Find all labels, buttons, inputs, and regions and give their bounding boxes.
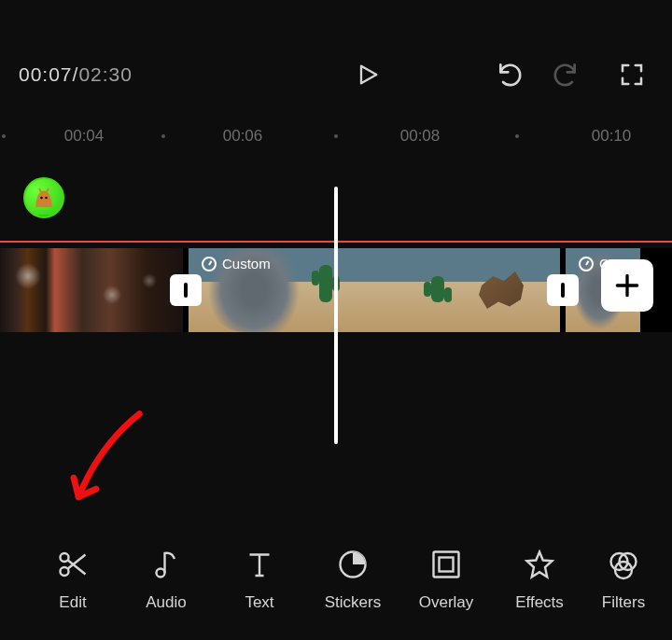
ruler-tick: 00:04	[64, 127, 105, 146]
annotation-arrow	[61, 406, 154, 518]
redo-button[interactable]	[543, 53, 586, 96]
ruler-tick-dot	[2, 134, 6, 138]
svg-point-3	[61, 567, 69, 576]
clip-1[interactable]	[0, 248, 183, 332]
play-icon	[355, 62, 381, 88]
current-time: 00:07	[19, 63, 73, 85]
effects-tool[interactable]: Effects	[493, 545, 586, 612]
svg-rect-6	[434, 552, 459, 577]
edit-tool[interactable]: Edit	[26, 545, 119, 612]
playhead[interactable]	[334, 187, 338, 444]
ruler-tick: 00:08	[400, 127, 441, 146]
ruler-tick: 00:06	[223, 127, 263, 146]
undo-icon	[496, 60, 525, 90]
transition-handle[interactable]	[547, 274, 579, 306]
star-icon	[523, 548, 556, 581]
tool-bar: Edit Audio Text Stickers Overlay Effects…	[0, 532, 672, 625]
scissors-icon	[56, 548, 90, 581]
tool-label: Text	[245, 593, 273, 612]
clock-icon	[579, 257, 594, 271]
text-icon	[243, 548, 276, 581]
overlay-icon	[429, 548, 463, 581]
tool-label: Filters	[602, 593, 645, 612]
tool-label: Audio	[146, 593, 186, 612]
clip-2[interactable]: Custom	[189, 248, 560, 332]
fullscreen-button[interactable]	[610, 53, 653, 96]
clip-speed-label: Custom	[202, 256, 271, 271]
clock-icon	[202, 257, 217, 271]
tool-label: Stickers	[325, 593, 381, 612]
sticker-icon	[336, 548, 370, 581]
play-button[interactable]	[349, 56, 386, 93]
timeline-ruler[interactable]: 00:04 00:06 00:08 00:10	[0, 121, 672, 151]
add-clip-button[interactable]	[601, 259, 653, 312]
keyframe-marker[interactable]	[23, 177, 66, 230]
plus-icon	[612, 271, 642, 300]
transition-bar-icon	[184, 283, 188, 298]
audio-tool[interactable]: Audio	[119, 545, 213, 612]
svg-point-1	[45, 197, 48, 200]
filters-tool[interactable]: Filters	[586, 545, 661, 612]
tool-label: Edit	[59, 593, 86, 612]
ruler-tick-dot	[334, 134, 338, 138]
undo-button[interactable]	[489, 53, 532, 96]
redo-icon	[550, 60, 580, 90]
playback-controls-bar: 00:07/02:30	[0, 47, 672, 103]
keyframe-balloon-icon	[23, 177, 64, 218]
timecode-display: 00:07/02:30	[19, 63, 133, 86]
overlay-tool[interactable]: Overlay	[399, 545, 493, 612]
svg-point-0	[40, 197, 43, 200]
text-tool[interactable]: Text	[213, 545, 306, 612]
ruler-tick-dot	[161, 134, 165, 138]
tool-label: Effects	[515, 593, 564, 612]
filters-icon	[607, 548, 640, 581]
speed-label-text: Custom	[222, 256, 271, 271]
svg-point-4	[157, 569, 165, 577]
transition-bar-icon	[561, 283, 565, 298]
tool-label: Overlay	[419, 593, 474, 612]
ruler-tick: 00:10	[592, 127, 632, 146]
music-note-icon	[149, 548, 183, 581]
total-time: 02:30	[78, 63, 133, 85]
fullscreen-icon	[618, 61, 646, 89]
transition-handle[interactable]	[170, 274, 202, 306]
svg-rect-7	[440, 558, 454, 572]
ruler-tick-dot	[515, 134, 519, 138]
stickers-tool[interactable]: Stickers	[306, 545, 399, 612]
svg-point-2	[61, 553, 69, 562]
